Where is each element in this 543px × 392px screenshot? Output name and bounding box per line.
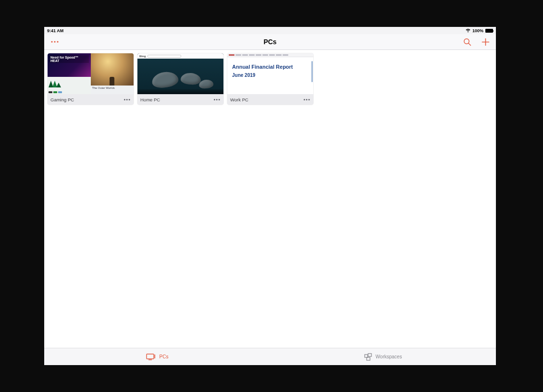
svg-point-0 <box>51 41 52 42</box>
pc-thumbnail: Need for Speed™ HEAT The Outer Worlds <box>48 53 134 94</box>
pc-card-gaming[interactable]: Need for Speed™ HEAT The Outer Worlds Ga… <box>48 53 134 105</box>
pc-options-button[interactable]: ••• <box>213 97 221 102</box>
app-window: 9:41 AM 100% PCs <box>44 27 496 365</box>
pc-card-footer: Home PC ••• <box>137 94 223 105</box>
search-icon <box>463 38 471 46</box>
pc-card-home[interactable]: Bing Home PC ••• <box>137 53 223 105</box>
more-button[interactable] <box>50 37 60 47</box>
tab-label: Workspaces <box>376 354 402 359</box>
status-battery-pct: 100% <box>472 28 483 33</box>
pc-card-work[interactable]: Annual Financial Report June 2019 Work P… <box>227 53 313 105</box>
nav-bar: PCs <box>44 34 496 50</box>
svg-rect-12 <box>367 357 370 360</box>
pc-name: Home PC <box>140 97 160 102</box>
page-title: PCs <box>44 38 496 46</box>
monitor-icon <box>146 354 156 360</box>
search-button[interactable] <box>462 37 472 47</box>
tab-pcs[interactable]: PCs <box>44 348 270 365</box>
tab-bar: PCs Workspaces <box>44 348 496 365</box>
status-bar: 9:41 AM 100% <box>44 27 496 34</box>
add-button[interactable] <box>481 37 490 47</box>
pc-name: Work PC <box>230 97 248 102</box>
thumb-text-nfs: Need for Speed™ HEAT <box>49 55 89 63</box>
status-right: 100% <box>466 28 493 33</box>
pc-options-button[interactable]: ••• <box>123 97 131 102</box>
pc-thumbnail: Annual Financial Report June 2019 <box>227 53 313 94</box>
plus-icon <box>481 38 490 46</box>
svg-rect-10 <box>365 355 368 357</box>
svg-point-2 <box>57 41 58 42</box>
thumb-doc-title: Annual Financial Report <box>232 64 309 71</box>
tab-label: PCs <box>160 354 169 359</box>
svg-point-1 <box>54 41 55 42</box>
pc-card-footer: Work PC ••• <box>227 94 313 105</box>
wifi-icon <box>466 29 470 33</box>
svg-line-4 <box>469 43 471 46</box>
pc-grid: Need for Speed™ HEAT The Outer Worlds Ga… <box>44 50 496 348</box>
status-time: 9:41 AM <box>47 28 63 33</box>
svg-rect-7 <box>147 354 154 359</box>
pc-thumbnail: Bing <box>137 53 223 94</box>
pc-name: Gaming PC <box>50 97 74 102</box>
svg-rect-8 <box>154 355 155 358</box>
pc-options-button[interactable]: ••• <box>303 97 310 102</box>
thumb-text-outerworlds: The Outer Worlds <box>92 86 133 89</box>
tab-workspaces[interactable]: Workspaces <box>270 348 496 365</box>
battery-icon <box>485 29 493 33</box>
ellipsis-icon <box>50 40 59 43</box>
workspaces-icon <box>364 353 372 361</box>
svg-rect-11 <box>368 354 371 356</box>
pc-card-footer: Gaming PC ••• <box>48 94 134 105</box>
thumb-doc-subtitle: June 2019 <box>232 73 309 78</box>
thumb-text-bing: Bing <box>139 55 146 58</box>
